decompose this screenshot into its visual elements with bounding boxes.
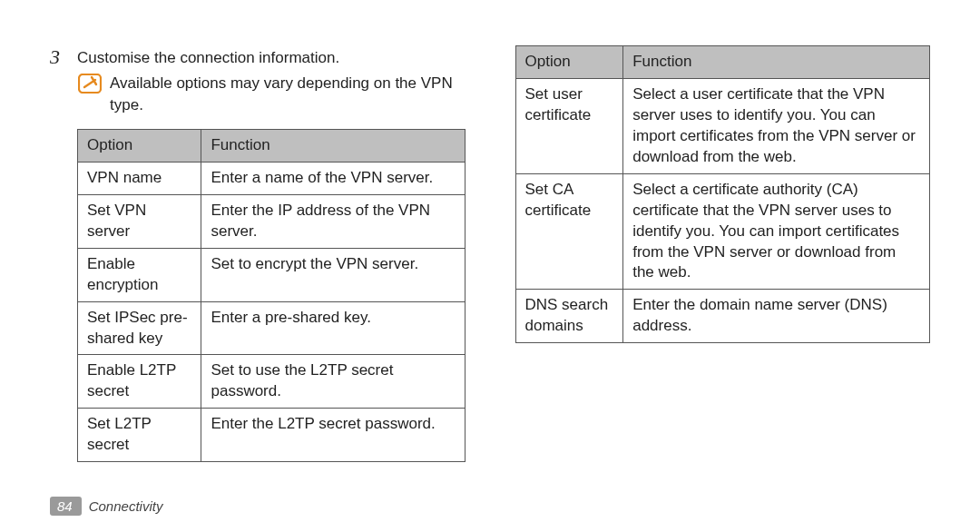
cell-function: Set to encrypt the VPN server. [201, 248, 465, 301]
options-table-right: Option Function Set user certificate Sel… [515, 45, 931, 343]
note-row: Available options may vary depending on … [50, 73, 466, 116]
right-column: Option Function Set user certificate Sel… [515, 45, 931, 462]
table-row: Set VPN server Enter the IP address of t… [78, 194, 466, 248]
cell-option: Enable L2TP secret [78, 355, 201, 409]
cell-option: Set L2TP secret [78, 409, 201, 462]
th-function: Function [623, 46, 930, 79]
table-row: Enable L2TP secret Set to use the L2TP s… [78, 355, 466, 409]
cell-function: Enter the L2TP secret password. [201, 409, 465, 462]
table-row: Set user certificate Select a user certi… [515, 78, 930, 173]
cell-function: Set to use the L2TP secret password. [201, 355, 465, 409]
step-number: 3 [50, 45, 77, 69]
note-text: Available options may vary depending on … [110, 73, 466, 116]
footer-section: Connectivity [89, 498, 163, 514]
page-footer: 84 Connectivity [50, 497, 162, 516]
table-row: Set IPSec pre-shared key Enter a pre-sha… [78, 301, 466, 355]
cell-function: Select a certificate authority (CA) cert… [623, 173, 930, 290]
cell-function: Enter the IP address of the VPN server. [201, 194, 465, 248]
step-row: 3 Customise the connection information. [50, 45, 466, 69]
left-column: 3 Customise the connection information. … [50, 45, 466, 462]
note-icon [77, 73, 103, 94]
cell-option: Set VPN server [78, 194, 201, 248]
step-text: Customise the connection information. [77, 45, 339, 69]
table-row: DNS search domains Enter the domain name… [515, 290, 930, 343]
th-function: Function [201, 129, 465, 162]
table-header-row: Option Function [78, 129, 466, 162]
cell-function: Select a user certificate that the VPN s… [623, 78, 930, 173]
table-row: Enable encryption Set to encrypt the VPN… [78, 248, 466, 301]
cell-option: Set user certificate [515, 78, 623, 173]
cell-function: Enter a name of the VPN server. [201, 162, 465, 194]
cell-function: Enter the domain name server (DNS) addre… [623, 290, 930, 343]
cell-function: Enter a pre-shared key. [201, 301, 465, 355]
page-number-badge: 84 [50, 497, 82, 516]
table-row: Set CA certificate Select a certificate … [515, 173, 930, 290]
table-header-row: Option Function [515, 46, 930, 79]
cell-option: DNS search domains [515, 290, 623, 343]
table-row: VPN name Enter a name of the VPN server. [78, 162, 466, 194]
cell-option: Enable encryption [78, 248, 201, 301]
cell-option: VPN name [78, 162, 201, 194]
th-option: Option [78, 129, 201, 162]
cell-option: Set IPSec pre-shared key [78, 301, 201, 355]
cell-option: Set CA certificate [515, 173, 623, 290]
options-table-left: Option Function VPN name Enter a name of… [77, 129, 466, 462]
table-row: Set L2TP secret Enter the L2TP secret pa… [78, 409, 466, 462]
th-option: Option [515, 46, 623, 79]
page-content: 3 Customise the connection information. … [50, 45, 930, 462]
